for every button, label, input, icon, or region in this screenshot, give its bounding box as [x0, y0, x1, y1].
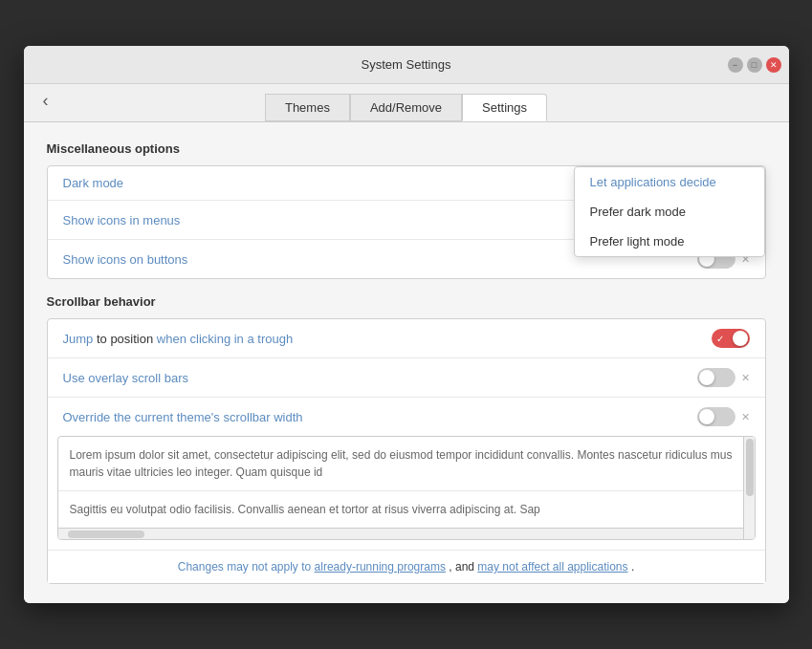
scrollbar-width-toggle[interactable]	[697, 407, 735, 426]
jump-position-row: Jump to position when clicking in a trou…	[48, 319, 765, 358]
dropdown-option-prefer-dark[interactable]: Prefer dark mode	[575, 197, 764, 227]
jump-position-toggle[interactable]: ✓	[712, 329, 750, 348]
content-area: Miscellaneous options Dark mode Let appl…	[24, 121, 789, 603]
overlay-scrollbars-row: Use overlay scroll bars ✕	[48, 358, 765, 398]
misc-settings-box: Dark mode Let applications decide Prefer…	[47, 165, 766, 279]
overlay-scrollbars-toggle[interactable]	[697, 368, 735, 387]
tab-bar: ‹ Themes Add/Remove Settings	[24, 84, 789, 121]
scrollbar-width-label: Override the current theme's scrollbar w…	[63, 410, 303, 424]
titlebar: System Settings − □ ✕	[24, 46, 789, 84]
scrollbar-thumb-horizontal[interactable]	[68, 530, 144, 538]
dark-mode-row: Dark mode Let applications decide Prefer…	[48, 166, 765, 201]
dropdown-option-let-apps[interactable]: Let applications decide	[575, 167, 764, 197]
lorem-text-line2: Sagittis eu volutpat odio facilisis. Con…	[58, 491, 755, 528]
toggle-x-icon3: ✕	[741, 372, 750, 384]
dark-mode-label: Dark mode	[63, 176, 124, 190]
footer-note: Changes may not apply to already-running…	[48, 550, 765, 583]
misc-section-title: Miscellaneous options	[47, 141, 766, 156]
dropdown-option-prefer-light[interactable]: Prefer light mode	[575, 227, 764, 256]
toggle-knob	[699, 409, 714, 424]
dark-mode-dropdown[interactable]: Let applications decide Prefer dark mode…	[574, 166, 765, 257]
scrollbar-settings-box: Jump to position when clicking in a trou…	[47, 318, 766, 584]
back-button[interactable]: ‹	[35, 86, 56, 114]
lorem-text-line1: Lorem ipsum dolor sit amet, consectetur …	[58, 437, 755, 491]
tab-add-remove[interactable]: Add/Remove	[350, 94, 462, 121]
toggle-knob	[733, 331, 748, 346]
tab-themes[interactable]: Themes	[265, 94, 350, 121]
vertical-scrollbar[interactable]	[743, 437, 755, 539]
maximize-button[interactable]: □	[747, 57, 762, 73]
scrollbar-section-title: Scrollbar behavior	[47, 294, 766, 309]
toggle-x-icon4: ✕	[741, 411, 750, 423]
horizontal-scrollbar[interactable]	[58, 528, 755, 539]
window-controls: − □ ✕	[728, 57, 781, 73]
show-icons-menus-label: Show icons in menus	[63, 213, 181, 227]
lorem-text-area: Lorem ipsum dolor sit amet, consectetur …	[57, 436, 756, 540]
toggle-check-icon: ✓	[716, 334, 724, 344]
close-button[interactable]: ✕	[766, 57, 781, 73]
tab-settings[interactable]: Settings	[462, 94, 547, 121]
toggle-knob	[699, 370, 714, 385]
window-title: System Settings	[362, 57, 451, 72]
scrollbar-thumb-vertical[interactable]	[746, 439, 754, 496]
scrollbar-section: Scrollbar behavior Jump to position when…	[47, 294, 766, 584]
scrollbar-width-row: Override the current theme's scrollbar w…	[48, 398, 765, 436]
minimize-button[interactable]: −	[728, 57, 743, 73]
show-icons-buttons-label: Show icons on buttons	[63, 252, 188, 267]
jump-position-label: Jump to position when clicking in a trou…	[63, 332, 294, 346]
main-window: System Settings − □ ✕ ‹ Themes Add/Remov…	[24, 46, 789, 603]
overlay-scrollbars-label: Use overlay scroll bars	[63, 371, 189, 385]
